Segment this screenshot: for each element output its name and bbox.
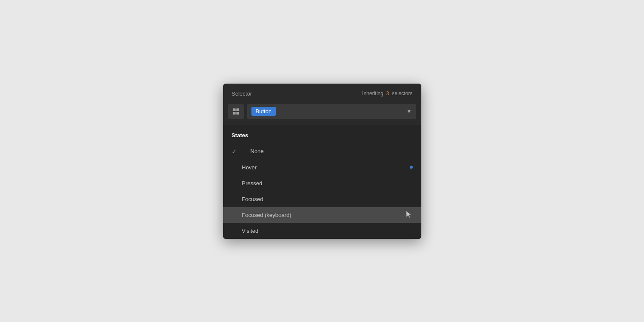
inheriting-suffix: selectors	[392, 90, 412, 96]
state-label-pressed: Pressed	[242, 180, 263, 187]
selector-dropdown[interactable]: Button ▼	[247, 104, 416, 119]
state-item-focused-keyboard[interactable]: Focused (keyboard)	[223, 207, 421, 223]
checkmark-icon: ✓	[232, 148, 237, 155]
states-header: States	[223, 125, 421, 143]
state-item-none[interactable]: ✓ None	[223, 143, 421, 159]
svg-rect-2	[233, 111, 235, 114]
states-title: States	[232, 132, 248, 138]
selector-row: Button ▼	[223, 102, 421, 125]
selector-tag: Button	[251, 107, 276, 116]
inheriting-info: Inheriting 3 selectors	[362, 90, 412, 96]
panel-header: Selector Inheriting 3 selectors	[223, 84, 421, 102]
states-section: States ✓ None Hover Pressed Focused Focu…	[223, 125, 421, 239]
state-item-visited[interactable]: Visited	[223, 223, 421, 239]
state-label-focused: Focused	[242, 196, 263, 202]
state-item-pressed[interactable]: Pressed	[223, 175, 421, 191]
svg-rect-0	[233, 108, 235, 111]
state-label-focused-keyboard: Focused (keyboard)	[242, 212, 292, 218]
selector-panel: Selector Inheriting 3 selectors Button ▼…	[223, 84, 421, 239]
dropdown-arrow-icon: ▼	[407, 108, 412, 114]
component-icon	[232, 108, 240, 115]
inheriting-prefix: Inheriting	[362, 90, 383, 96]
inheriting-count: 3	[386, 90, 389, 96]
state-label-hover: Hover	[242, 164, 257, 171]
state-item-hover[interactable]: Hover	[223, 159, 421, 175]
svg-rect-1	[236, 108, 239, 111]
state-label-none: None	[251, 148, 264, 154]
state-label-visited: Visited	[242, 228, 259, 234]
svg-rect-3	[236, 111, 239, 114]
state-item-focused[interactable]: Focused	[223, 191, 421, 207]
cursor-icon	[405, 210, 413, 220]
hover-dot-indicator	[410, 166, 413, 169]
selector-label: Selector	[232, 90, 252, 97]
component-icon-button[interactable]	[228, 104, 244, 119]
